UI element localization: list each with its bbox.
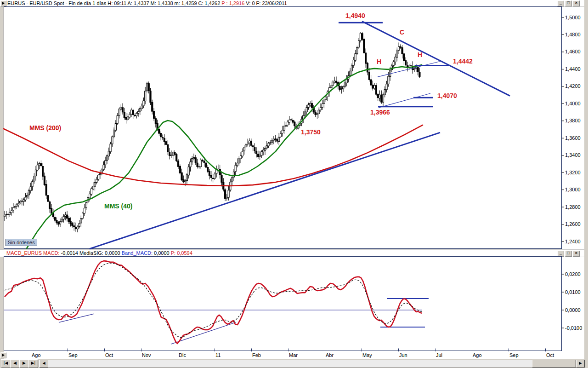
right-window-edge xyxy=(584,0,588,368)
close-icon: × xyxy=(575,0,577,5)
level-label-14442[interactable]: 1,4442 xyxy=(453,58,473,65)
price-panel-title: EURUS - EUR/USD Spot - Fin de día 1 días… xyxy=(7,0,287,6)
time-axis-label: Dic xyxy=(179,352,186,358)
time-axis-label: Jun xyxy=(399,352,407,358)
scroll-next-button[interactable]: ▶ xyxy=(19,359,29,368)
close-icon: × xyxy=(575,251,577,255)
shoulder-left-label[interactable]: H xyxy=(377,58,381,65)
time-axis-label: Oct xyxy=(105,352,113,358)
left-window-edge xyxy=(0,6,4,359)
price-axis-label: 1,2600 xyxy=(565,221,581,227)
level-label-14940[interactable]: 1,4940 xyxy=(345,12,365,19)
level-label-13966[interactable]: 1,3966 xyxy=(370,109,390,116)
price-axis-label: 1,2800 xyxy=(565,204,581,210)
price-axis-label: 1,3600 xyxy=(565,135,581,141)
price-axis-label: 1,3000 xyxy=(565,187,581,192)
scrollbar-right-arrow-button[interactable]: ▶ xyxy=(576,360,585,368)
price-axis-label: 1,3800 xyxy=(565,118,581,123)
title-segment-0: EURUS - EUR/USD Spot - Fin de día 1 días… xyxy=(7,0,221,6)
minimize-icon: _ xyxy=(560,251,562,255)
macd-plot-area[interactable] xyxy=(4,256,561,351)
mms40-label[interactable]: MMS (40) xyxy=(104,202,132,210)
macd-panel-titlebar: MACD_EURUS MACD: -0,0014 MediaSIG: 0,000… xyxy=(0,249,584,257)
collapse-arrow-icon xyxy=(2,354,5,356)
macd-axis-label: 0,0100 xyxy=(565,289,581,295)
time-axis-label: Feb xyxy=(252,352,261,358)
price-axis-label: 1,3400 xyxy=(565,152,581,158)
time-axis-label: Abr xyxy=(326,352,334,358)
maximize-button[interactable]: □ xyxy=(565,251,572,257)
scrollbar-thumb[interactable] xyxy=(532,360,576,368)
price-axis-label: 1,2400 xyxy=(565,239,581,244)
maximize-icon: □ xyxy=(567,0,570,5)
price-axis-label: 1,4000 xyxy=(565,101,581,106)
macd-axis-label: 0,0200 xyxy=(565,271,581,277)
macd-axis-label: -0,0100 xyxy=(565,325,582,331)
scrollbar-track[interactable] xyxy=(39,360,585,368)
price-axis-label: 1,4400 xyxy=(565,66,581,72)
close-button[interactable]: × xyxy=(573,0,580,6)
scroll-prev-button[interactable]: ◀ xyxy=(10,359,20,368)
macd-panel-title: MACD_EURUS MACD: -0,0014 MediaSIG: 0,000… xyxy=(6,250,192,256)
scrollbar-left-arrow-button[interactable]: ◀ xyxy=(40,360,48,368)
time-axis-label: May xyxy=(362,352,372,358)
shoulder-right-label[interactable]: H xyxy=(418,51,422,58)
price-panel-titlebar: EURUS - EUR/USD Spot - Fin de día 1 días… xyxy=(0,0,584,7)
minimize-icon: _ xyxy=(560,0,562,5)
macd-panel-window-buttons: _□× xyxy=(557,251,580,257)
price-axis-label: 1,4600 xyxy=(565,49,581,54)
time-axis-label: Oct xyxy=(546,352,554,358)
time-axis-label: Nov xyxy=(142,352,151,358)
scroll-first-button[interactable]: |◀ xyxy=(1,359,11,368)
scroll-last-button[interactable]: ▶| xyxy=(28,359,38,368)
maximize-icon: □ xyxy=(567,251,570,255)
level-label-13750[interactable]: 1,3750 xyxy=(301,128,321,136)
time-axis-label: Sep xyxy=(68,352,78,358)
collapse-price-panel-button[interactable] xyxy=(0,0,6,6)
time-axis-label: Mar xyxy=(289,352,298,358)
price-chart-plot-area[interactable] xyxy=(4,6,561,249)
macd-axis-label: 0,0000 xyxy=(565,307,581,313)
price-axis-label: 1,4200 xyxy=(565,83,581,89)
mms200-label[interactable]: MMS (200) xyxy=(29,124,61,132)
title-segment-2: -0,0014 xyxy=(61,250,79,256)
price-axis-label: 1,5000 xyxy=(565,15,581,20)
collapse-arrow-icon xyxy=(2,2,5,5)
time-axis-label: 11 xyxy=(215,352,220,358)
title-segment-0: MACD_EURUS xyxy=(6,250,43,256)
collapse-time-axis-button[interactable] xyxy=(0,352,6,358)
minimize-button[interactable]: _ xyxy=(557,251,564,257)
title-segment-4: Band_MACD: xyxy=(122,250,154,256)
maximize-button[interactable]: □ xyxy=(565,0,572,6)
price-axis-label: 1,3200 xyxy=(565,170,581,175)
title-segment-1: MACD: xyxy=(43,250,61,256)
price-panel-window-buttons: _□× xyxy=(557,0,580,6)
time-axis-label: Jul xyxy=(436,352,442,358)
level-label-14070[interactable]: 1,4070 xyxy=(437,92,457,99)
title-segment-1: P : 1,2916 xyxy=(221,0,244,6)
title-segment-5: 0,0000 xyxy=(154,250,171,256)
elliott-c-label[interactable]: C xyxy=(400,29,404,36)
time-axis-label: Ago xyxy=(473,352,482,358)
time-axis-label: Ago xyxy=(32,352,41,358)
minimize-button[interactable]: _ xyxy=(557,0,564,6)
price-axis-label: 1,4800 xyxy=(565,32,581,37)
title-segment-6: P: 0,0594 xyxy=(171,250,192,256)
close-button[interactable]: × xyxy=(573,251,580,257)
time-axis-label: Sep xyxy=(509,352,519,358)
visual-chart-window: EURUS - EUR/USD Spot - Fin de día 1 días… xyxy=(0,0,588,368)
title-segment-3: MediaSIG: 0,0000 xyxy=(79,250,122,256)
title-segment-2: V: 0 F: 23/06/2011 xyxy=(244,0,287,6)
no-orders-chip[interactable]: Sin órdenes xyxy=(6,239,37,246)
